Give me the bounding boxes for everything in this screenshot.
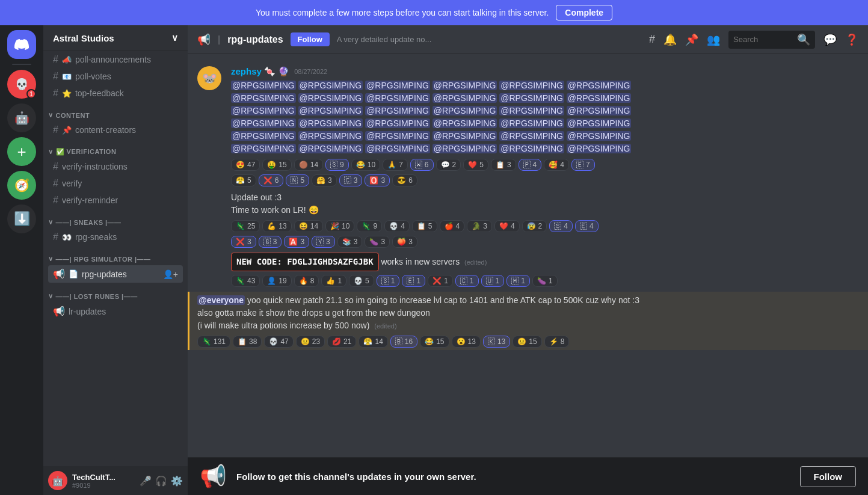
server-header[interactable]: Astral Studios ∨ (43, 25, 188, 51)
reaction[interactable]: 🍆3 (365, 236, 390, 248)
server-icon-explore[interactable]: 🧭 (7, 171, 36, 200)
sidebar-item-rpg-updates[interactable]: 📢 📄 rpg-updates 👤+ (48, 265, 183, 283)
members-icon[interactable]: 👥 (707, 33, 720, 46)
reaction[interactable]: 🇪4 (575, 220, 599, 232)
reaction[interactable]: 🇳5 (286, 174, 309, 186)
reaction[interactable]: 👍1 (321, 275, 346, 287)
reaction[interactable]: 👤19 (262, 275, 291, 287)
reaction[interactable]: 🇪1 (402, 275, 425, 287)
reaction[interactable]: 💀4 (384, 220, 410, 232)
sidebar-item-poll-announcements[interactable]: # 📣 poll-announcements (48, 51, 183, 68)
reaction[interactable]: 🇸4 (549, 220, 573, 232)
sidebar-item-lr-updates[interactable]: 📢 lr-updates (48, 303, 183, 320)
reaction[interactable]: ❌1 (428, 275, 453, 287)
reaction[interactable]: 🇨1 (455, 275, 479, 287)
category-verification[interactable]: ∨ ✅ VERIFICATION (43, 138, 188, 158)
reaction[interactable]: 🦎43 (231, 275, 260, 287)
reaction[interactable]: 🎉10 (325, 220, 354, 232)
server-icon-2[interactable]: 🤖 (7, 103, 36, 132)
reaction[interactable]: 🍆1 (532, 275, 558, 287)
sidebar-item-rpg-sneaks[interactable]: # 👀 rpg-sneaks (48, 229, 183, 245)
help-icon[interactable]: ❓ (845, 33, 858, 46)
reaction[interactable]: ⚡8 (544, 336, 570, 348)
reaction[interactable]: 🇺1 (481, 275, 505, 287)
reaction[interactable]: 🅾️3 (365, 174, 390, 186)
reaction[interactable]: 🐊3 (467, 220, 492, 232)
sidebar-item-poll-votes[interactable]: # 📧 poll-votes (48, 68, 183, 85)
reaction[interactable]: 💀5 (349, 275, 374, 287)
server-icon-1[interactable]: 💀 1 (7, 70, 36, 99)
reaction[interactable]: 🅰️3 (284, 236, 309, 248)
reaction[interactable]: ❌6 (259, 174, 284, 186)
complete-button[interactable]: Complete (556, 5, 612, 20)
reaction[interactable]: 🍑3 (392, 236, 417, 248)
reaction[interactable]: 💀47 (264, 336, 293, 348)
mute-icon[interactable]: 🔔 (663, 33, 677, 46)
reaction[interactable]: 💪13 (262, 220, 291, 232)
reaction[interactable]: 🦎9 (357, 220, 382, 232)
pin-icon[interactable]: 📌 (685, 33, 698, 46)
reaction[interactable]: 📚3 (337, 236, 363, 248)
reaction[interactable]: 😍47 (231, 159, 260, 171)
reaction[interactable]: 😰2 (522, 220, 547, 232)
reaction[interactable]: 📋38 (233, 336, 262, 348)
threads-icon[interactable]: # (649, 33, 655, 46)
add-server-button[interactable]: + (7, 137, 36, 166)
inbox-icon[interactable]: 💬 (823, 33, 837, 46)
reaction[interactable]: 🇸1 (377, 275, 400, 287)
reaction[interactable]: 📋5 (412, 220, 437, 232)
reaction[interactable]: 😐15 (512, 336, 541, 348)
reaction[interactable]: 🦎25 (231, 220, 260, 232)
category-sneaks[interactable]: ∨ ——| SNEAKS |—— (43, 209, 188, 229)
reaction[interactable]: 🇧16 (390, 336, 417, 348)
reaction[interactable]: 🥰4 (544, 159, 569, 171)
reaction[interactable]: ❤️5 (463, 159, 488, 171)
search-box[interactable]: 🔍 (728, 31, 815, 49)
reaction[interactable]: 🇼6 (410, 159, 434, 171)
reaction[interactable]: 😤5 (231, 174, 256, 186)
reaction[interactable]: ❤️4 (494, 220, 520, 232)
reaction[interactable]: 🇵4 (519, 159, 542, 171)
reaction[interactable]: 😮13 (452, 336, 481, 348)
category-content[interactable]: ∨ CONTENT (43, 102, 188, 121)
reaction[interactable]: 🇲1 (506, 275, 530, 287)
reaction[interactable]: 💬2 (436, 159, 461, 171)
settings-icon[interactable]: ⚙️ (171, 475, 183, 487)
reaction[interactable]: 🇨3 (339, 174, 363, 186)
mute-icon[interactable]: 🎤 (140, 475, 152, 487)
add-member-icon[interactable]: 👤+ (163, 269, 178, 279)
sidebar-item-verify[interactable]: # verify (48, 175, 183, 192)
reaction[interactable]: 🇾3 (312, 236, 335, 248)
category-rpg-simulator[interactable]: ∨ ——| RPG SIMULATOR |—— (43, 245, 188, 265)
banner-follow-button[interactable]: Follow (800, 466, 857, 487)
reaction[interactable]: 💋21 (327, 336, 356, 348)
reaction[interactable]: 🍎4 (440, 220, 465, 232)
discord-home-icon[interactable] (7, 30, 36, 59)
reaction[interactable]: 😐23 (296, 336, 325, 348)
reaction[interactable]: 😂10 (351, 159, 380, 171)
reaction[interactable]: 😆14 (294, 220, 323, 232)
reaction[interactable]: 📋3 (491, 159, 516, 171)
reaction[interactable]: 🟤14 (294, 159, 323, 171)
search-input[interactable] (733, 35, 793, 44)
deafen-icon[interactable]: 🎧 (155, 475, 167, 487)
sidebar-item-verify-reminder[interactable]: # verify-reminder (48, 192, 183, 209)
reaction[interactable]: ❌3 (231, 236, 256, 248)
reaction[interactable]: 😂15 (420, 336, 449, 348)
sidebar-item-top-feedback[interactable]: # ⭐ top-feedback (48, 85, 183, 102)
reaction[interactable]: 😎6 (392, 174, 417, 186)
reaction[interactable]: 🇪7 (571, 159, 595, 171)
reaction[interactable]: 🤗3 (312, 174, 337, 186)
reaction[interactable]: 🔥8 (294, 275, 319, 287)
server-icon-download[interactable]: ⬇️ (7, 204, 36, 233)
reaction[interactable]: 🇰13 (483, 336, 510, 348)
reaction[interactable]: 🙏7 (383, 159, 408, 171)
reaction[interactable]: 😤14 (359, 336, 387, 348)
sidebar-item-content-creators[interactable]: # 📌 content-creators (48, 121, 183, 138)
reaction[interactable]: 🤑15 (262, 159, 291, 171)
reaction[interactable]: 🦎131 (197, 336, 230, 348)
reaction[interactable]: 🇬3 (259, 236, 282, 248)
reaction[interactable]: 🇸9 (325, 159, 349, 171)
sidebar-item-verify-instructions[interactable]: # verify-instructions (48, 158, 183, 175)
category-lost-runes[interactable]: ∨ ——| LOST RUNES |—— (43, 283, 188, 303)
